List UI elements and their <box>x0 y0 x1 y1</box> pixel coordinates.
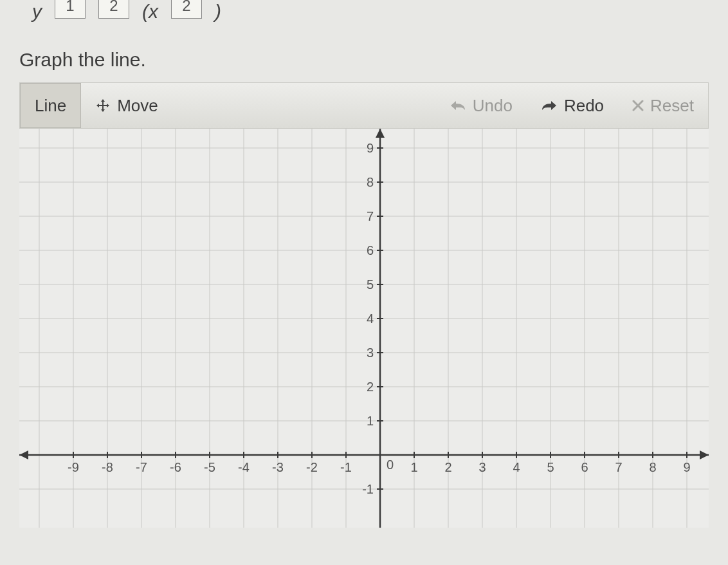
redo-icon <box>541 99 558 112</box>
equation-box-3[interactable]: 2 <box>171 0 202 19</box>
undo-label: Undo <box>473 96 513 116</box>
svg-text:-8: -8 <box>102 460 113 474</box>
svg-text:2: 2 <box>367 380 374 394</box>
move-tool-label: Move <box>117 96 158 116</box>
svg-text:-2: -2 <box>306 460 318 474</box>
reset-button[interactable]: Reset <box>618 83 708 128</box>
svg-marker-37 <box>376 129 385 138</box>
svg-text:9: 9 <box>683 460 690 474</box>
svg-text:-9: -9 <box>68 460 79 474</box>
coordinate-grid[interactable]: -9-8-7-6-5-4-3-2-10123456789-1123456789 <box>19 129 709 528</box>
svg-text:7: 7 <box>615 460 622 474</box>
equation-box-1[interactable]: 1 <box>55 0 86 19</box>
svg-text:5: 5 <box>547 460 554 474</box>
svg-marker-36 <box>19 450 28 459</box>
svg-text:7: 7 <box>367 209 374 223</box>
svg-text:-1: -1 <box>362 482 374 496</box>
equation-row: y 1 2 (x 2 ) <box>13 0 715 23</box>
svg-text:-7: -7 <box>136 460 147 474</box>
svg-text:-4: -4 <box>238 460 250 474</box>
svg-text:4: 4 <box>513 460 520 474</box>
svg-text:9: 9 <box>367 141 374 155</box>
svg-text:0: 0 <box>387 458 394 472</box>
line-tool-label: Line <box>35 96 66 116</box>
svg-text:-1: -1 <box>340 460 352 474</box>
svg-text:3: 3 <box>478 460 486 474</box>
svg-text:4: 4 <box>367 311 374 326</box>
move-tool-button[interactable]: Move <box>81 83 172 128</box>
equation-box-2[interactable]: 2 <box>98 0 129 19</box>
redo-button[interactable]: Redo <box>527 83 618 128</box>
undo-icon <box>450 99 466 112</box>
svg-text:2: 2 <box>444 460 451 474</box>
svg-text:3: 3 <box>367 346 374 360</box>
svg-text:-5: -5 <box>204 460 215 474</box>
reset-label: Reset <box>650 96 694 116</box>
svg-text:5: 5 <box>367 277 374 292</box>
svg-text:1: 1 <box>410 460 417 474</box>
instruction-text: Graph the line. <box>19 49 715 71</box>
svg-text:6: 6 <box>367 243 374 257</box>
line-tool-button[interactable]: Line <box>20 83 81 128</box>
graph-toolbar: Line Move Undo Redo Reset <box>19 82 709 129</box>
equation-y: y <box>32 1 42 23</box>
redo-label: Redo <box>564 96 604 116</box>
svg-text:-6: -6 <box>170 460 181 474</box>
svg-text:-3: -3 <box>272 460 284 474</box>
reset-icon <box>632 100 644 111</box>
svg-text:8: 8 <box>367 175 374 189</box>
svg-marker-35 <box>700 450 709 459</box>
svg-text:1: 1 <box>367 414 374 428</box>
svg-text:8: 8 <box>649 460 656 474</box>
equation-x: (x <box>142 1 158 23</box>
equation-close-paren: ) <box>215 1 221 23</box>
undo-button[interactable]: Undo <box>435 83 527 128</box>
svg-text:6: 6 <box>581 460 588 474</box>
move-icon <box>95 98 111 113</box>
